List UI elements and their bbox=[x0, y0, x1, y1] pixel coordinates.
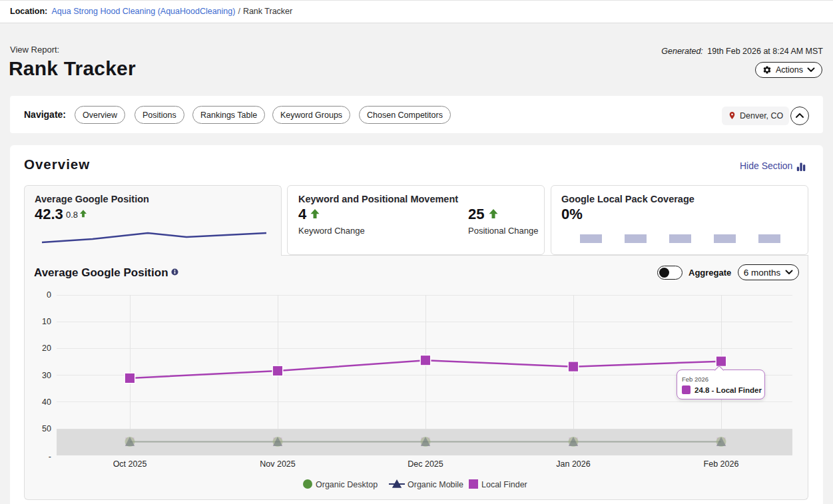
svg-text:Local Finder: Local Finder bbox=[481, 480, 527, 489]
svg-text:40: 40 bbox=[42, 397, 51, 407]
svg-text:10: 10 bbox=[42, 317, 51, 326]
svg-text:Nov 2025: Nov 2025 bbox=[260, 459, 296, 469]
svg-text:20: 20 bbox=[42, 344, 51, 353]
svg-text:Oct 2025: Oct 2025 bbox=[113, 459, 147, 469]
svg-text:Dec 2025: Dec 2025 bbox=[408, 459, 443, 469]
svg-text:0: 0 bbox=[47, 290, 51, 300]
svg-text:50: 50 bbox=[42, 424, 51, 433]
svg-text:Organic Desktop: Organic Desktop bbox=[316, 480, 378, 489]
svg-text:30: 30 bbox=[42, 371, 51, 380]
svg-text:Feb 2026: Feb 2026 bbox=[704, 459, 739, 469]
svg-text:Organic Mobile: Organic Mobile bbox=[408, 480, 463, 489]
svg-text:-: - bbox=[49, 452, 51, 461]
svg-text:Jan 2026: Jan 2026 bbox=[556, 459, 590, 469]
